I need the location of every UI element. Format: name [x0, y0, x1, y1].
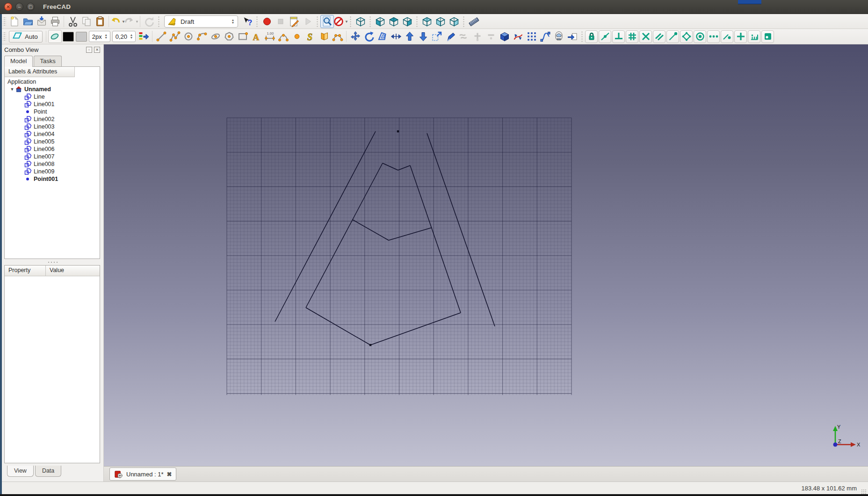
draft-dimension-button[interactable]: 1.00	[263, 30, 276, 43]
rotate-button[interactable]	[362, 30, 376, 43]
tree-item-line005[interactable]: Line005	[6, 138, 100, 145]
workbench-selector[interactable]: Draft▲▼	[164, 15, 238, 28]
draft-circle-button[interactable]	[181, 30, 195, 43]
undo-button[interactable]: ▼	[111, 15, 124, 28]
dropdown-arrow-icon[interactable]: ▼	[135, 20, 139, 24]
face-color-swatch[interactable]	[76, 32, 87, 42]
downgrade-button[interactable]	[416, 30, 430, 43]
snap-midpoint-button[interactable]	[599, 30, 611, 43]
open-document-button[interactable]	[21, 15, 35, 28]
tree-item-line001[interactable]: Line001	[6, 101, 100, 108]
tree-item-line002[interactable]: Line002	[6, 115, 100, 123]
move-button[interactable]	[348, 30, 362, 43]
tree-expander-icon[interactable]: ▼	[9, 87, 15, 92]
view-rear-button[interactable]	[420, 15, 434, 28]
tree-item-line008[interactable]: Line008	[6, 160, 100, 168]
draft-rectangle-button[interactable]	[236, 30, 249, 43]
line-width-spinbox[interactable]: 2px▲▼	[89, 31, 110, 42]
draft-bspline-button[interactable]	[276, 30, 290, 43]
copy-button[interactable]	[80, 15, 93, 28]
trimex-button[interactable]	[389, 30, 403, 43]
panel-close-button[interactable]: ✕	[94, 47, 100, 53]
snap-angle-button[interactable]	[680, 30, 693, 43]
text-scale-spin-arrows[interactable]: ▲▼	[129, 34, 134, 39]
toolbar-grip[interactable]	[3, 16, 6, 27]
mirror-button[interactable]	[552, 30, 565, 43]
view-left-button[interactable]	[447, 15, 461, 28]
tab-data[interactable]: Data	[35, 466, 61, 477]
dropdown-arrow-icon[interactable]: ▼	[345, 20, 348, 24]
panel-splitter[interactable]	[4, 259, 100, 265]
document-tab-close-icon[interactable]: ✖	[167, 471, 172, 478]
snap-extension-button[interactable]	[707, 30, 720, 43]
offset-button[interactable]	[376, 30, 389, 43]
path-array-button[interactable]	[511, 30, 525, 43]
snap-parallel-button[interactable]	[653, 30, 665, 43]
tree-document-unnamed[interactable]: ▼Unnamed	[6, 86, 100, 93]
draft-wire-button[interactable]	[168, 30, 181, 43]
scale-button[interactable]	[430, 30, 443, 43]
delete-point-button[interactable]	[484, 30, 498, 43]
view-bottom-button[interactable]	[434, 15, 447, 28]
snap-center-button[interactable]	[694, 30, 706, 43]
tree-item-line[interactable]: Line	[6, 93, 100, 101]
snap-near-button[interactable]	[721, 30, 733, 43]
stop-macro-button[interactable]	[274, 15, 287, 28]
tab-model[interactable]: Model	[4, 56, 33, 67]
clone-button[interactable]	[498, 30, 511, 43]
workbench-selector-spin-arrows[interactable]: ▲▼	[230, 19, 236, 24]
snap-ortho-button[interactable]	[734, 30, 747, 43]
wire-join-button[interactable]	[457, 30, 470, 43]
snap-grid-button[interactable]	[626, 30, 638, 43]
tree-item-line009[interactable]: Line009	[6, 168, 100, 175]
upgrade-button[interactable]	[403, 30, 416, 43]
draw-style-button[interactable]: ▼	[334, 15, 347, 28]
tab-view[interactable]: View	[7, 466, 34, 477]
edit-macro-button[interactable]	[287, 15, 301, 28]
view-top-button[interactable]	[387, 15, 400, 28]
tree-item-line003[interactable]: Line003	[6, 123, 100, 130]
save-document-button[interactable]	[35, 15, 48, 28]
print-document-button[interactable]	[48, 15, 62, 28]
execute-macro-button[interactable]	[301, 15, 314, 28]
property-column-header[interactable]: Property	[5, 266, 46, 276]
draft-ellipse-button[interactable]	[209, 30, 222, 43]
panel-float-button[interactable]: ▫	[86, 47, 92, 53]
value-column-header[interactable]: Value	[46, 266, 100, 276]
draft-polygon-button[interactable]	[222, 30, 236, 43]
snap-endpoint-button[interactable]	[666, 30, 679, 43]
draft-line-button[interactable]	[154, 30, 168, 43]
facebinder-button[interactable]	[317, 30, 331, 43]
close-window-button[interactable]: ✕	[4, 3, 12, 11]
refresh-button[interactable]	[142, 15, 156, 28]
document-tab[interactable]: Unnamed : 1* ✖	[109, 467, 176, 481]
text-scale-spinbox[interactable]: 0,20▲▼	[112, 31, 136, 42]
fit-all-button[interactable]	[320, 15, 334, 28]
snap-perpendicular-button[interactable]	[612, 30, 625, 43]
edit-button[interactable]	[443, 30, 457, 43]
tree-item-line006[interactable]: Line006	[6, 145, 100, 153]
tree-item-point001[interactable]: Point001	[6, 175, 100, 183]
draft-point-button[interactable]	[290, 30, 304, 43]
tree-item-line007[interactable]: Line007	[6, 153, 100, 160]
line-color-swatch[interactable]	[63, 32, 74, 42]
draft-arc-button[interactable]	[195, 30, 209, 43]
apply-style-button[interactable]	[137, 30, 150, 43]
view-axonometric-button[interactable]	[354, 15, 367, 28]
tree-root-application[interactable]: Application	[6, 78, 100, 86]
draft-bezier-button[interactable]	[331, 30, 344, 43]
tree-column-header[interactable]: Labels & Attributes	[5, 67, 75, 77]
draft-text-button[interactable]: A	[249, 30, 263, 43]
record-macro-button[interactable]	[260, 15, 274, 28]
shape-string-button[interactable]: S	[304, 30, 317, 43]
cut-button[interactable]	[66, 15, 80, 28]
tab-tasks[interactable]: Tasks	[34, 56, 61, 66]
draft-to-sketch-button[interactable]	[565, 30, 579, 43]
toolbar-grip[interactable]	[3, 31, 6, 42]
maximize-window-button[interactable]: ▢	[27, 3, 35, 11]
tree-item-point[interactable]: Point	[6, 108, 100, 115]
whats-this-button[interactable]: ?	[240, 15, 254, 28]
new-document-button[interactable]	[7, 15, 21, 28]
view-front-button[interactable]	[373, 15, 387, 28]
wire-to-bspline-button[interactable]	[538, 30, 552, 43]
